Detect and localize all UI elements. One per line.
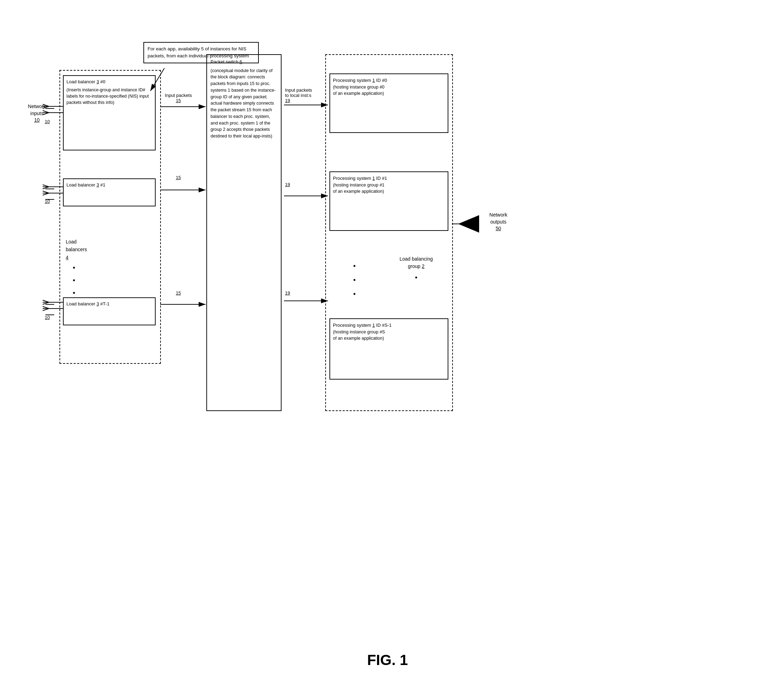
input-packets-local-label-1: 19 bbox=[285, 182, 313, 187]
lb0-label: Load balancer 3 #0 bbox=[67, 79, 152, 85]
packet-switch-label: Packet switch 6 bbox=[211, 58, 277, 65]
packet-switch-box: Packet switch 6 (conceptual module for c… bbox=[206, 54, 281, 411]
svg-marker-20 bbox=[458, 215, 479, 233]
network-inputs-text: Network inputs bbox=[28, 103, 46, 116]
ref-10-lb1: 10 bbox=[45, 199, 50, 204]
lb-box-0: Load balancer 3 #0 (Inserts instance-gro… bbox=[63, 75, 156, 150]
ref-10-lbt1: 10 bbox=[45, 315, 50, 320]
input-packets-label-1: 15 bbox=[161, 175, 196, 180]
figure-caption: FIG. 1 bbox=[367, 652, 408, 668]
load-balancing-group-label: Load balancing group 2 • bbox=[392, 255, 441, 283]
input-packets-local-label-0: Input packets to local inst:s 19 bbox=[285, 87, 324, 103]
lb-box-1: Load balancer 3 #1 bbox=[63, 178, 156, 207]
lb0-desc: (Inserts instance-group and instance ID#… bbox=[67, 87, 152, 106]
lb-box-t1: Load balancer 3 #T-1 bbox=[63, 297, 156, 325]
lb-dots-label: Load balancers 4 ••• bbox=[66, 238, 87, 299]
input-packets-label-2: 15 bbox=[161, 290, 196, 296]
ps-box-1: Processing system 1 ID #1 (hosting insta… bbox=[329, 172, 448, 231]
figure-title: FIG. 1 bbox=[367, 652, 408, 668]
input-packets-label-0: Input packets 15 bbox=[161, 93, 196, 103]
ps-dots: ••• bbox=[353, 259, 356, 301]
network-outputs-text: Network outputs bbox=[482, 212, 514, 225]
ps-box-s1: Processing system 1 ID #S-1 (hosting ins… bbox=[329, 318, 448, 380]
ref-10-lb0: 10 bbox=[45, 119, 50, 124]
network-inputs-ref: 10 bbox=[34, 117, 40, 123]
lbt1-label: Load balancer 3 #T-1 bbox=[67, 301, 152, 307]
network-outputs-label: Network outputs 50 bbox=[482, 212, 514, 232]
packet-switch-desc: (conceptual module for clarity of the bl… bbox=[211, 68, 277, 140]
lb1-label: Load balancer 3 #1 bbox=[67, 182, 152, 188]
ps-box-0: Processing system 1 ID #0 (hosting insta… bbox=[329, 73, 448, 133]
diagram-area: For each app, availability 5 of instance… bbox=[21, 21, 754, 511]
input-packets-local-label-2: 19 bbox=[285, 290, 313, 296]
network-outputs-ref: 50 bbox=[496, 226, 501, 231]
